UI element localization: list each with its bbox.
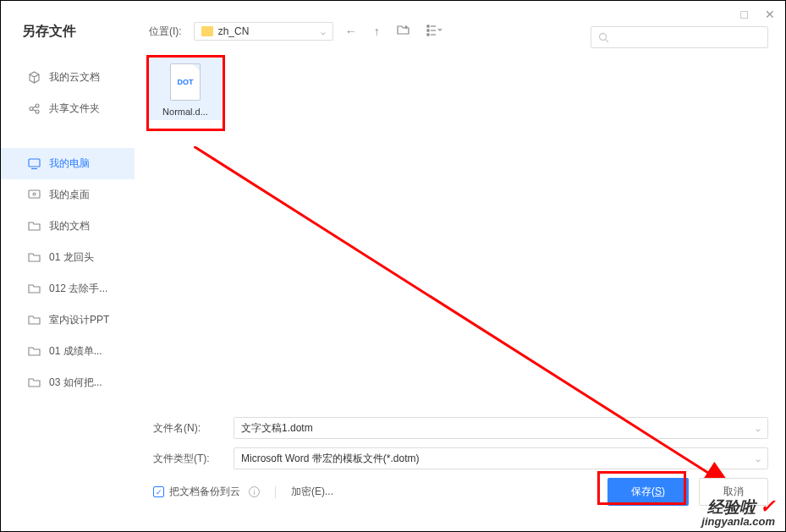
folder-icon <box>28 220 41 233</box>
sidebar-item-my-computer[interactable]: 我的电脑 <box>1 148 135 179</box>
filename-value: 文字文稿1.dotm <box>241 421 313 436</box>
svg-point-6 <box>600 33 607 40</box>
sidebar-label: 室内设计PPT <box>49 313 109 327</box>
info-icon[interactable]: i <box>249 486 260 497</box>
chevron-down-icon[interactable]: ⌵ <box>756 424 761 433</box>
new-folder-icon[interactable] <box>397 24 409 39</box>
sidebar-item-shared[interactable]: 共享文件夹 <box>1 93 135 124</box>
sidebar-label: 01 成绩单... <box>49 344 102 359</box>
filetype-label: 文件类型(T): <box>153 452 234 466</box>
folder-icon <box>28 282 41 295</box>
filename-input[interactable]: 文字文稿1.dotm ⌵ <box>234 417 768 439</box>
location-label: 位置(I): <box>149 25 182 39</box>
sidebar-item-my-docs[interactable]: 我的文档 <box>1 211 135 242</box>
chevron-down-icon[interactable]: ⌵ <box>756 454 761 463</box>
cancel-button[interactable]: 取消 <box>699 478 768 506</box>
dot-file-icon: DOT <box>170 63 201 101</box>
close-button[interactable]: ✕ <box>765 8 775 21</box>
divider <box>275 486 276 498</box>
svg-point-8 <box>30 107 33 111</box>
file-list-area[interactable]: DOT Normal.d... <box>135 53 785 417</box>
folder-name: zh_CN <box>218 25 250 37</box>
sidebar: 我的云文档 共享文件夹 我的电脑 我的桌面 我的文档 <box>1 53 135 417</box>
backup-label: 把文档备份到云 <box>169 485 240 499</box>
folder-icon <box>28 345 41 358</box>
sidebar-label: 01 龙回头 <box>49 250 94 265</box>
sidebar-item-folder3[interactable]: 室内设计PPT <box>1 304 135 336</box>
save-button[interactable]: 保存(S) <box>607 478 689 506</box>
sidebar-label: 012 去除手... <box>49 282 107 296</box>
checkbox-icon: ✓ <box>153 486 164 497</box>
svg-point-16 <box>33 193 36 195</box>
filename-label: 文件名(N): <box>153 421 234 436</box>
search-input[interactable] <box>591 26 768 48</box>
sidebar-label: 我的桌面 <box>49 188 90 202</box>
cloud-doc-icon <box>28 71 41 84</box>
sidebar-item-folder2[interactable]: 012 去除手... <box>1 273 135 304</box>
sidebar-label: 共享文件夹 <box>49 101 100 116</box>
back-icon[interactable]: ← <box>345 25 357 38</box>
folder-dropdown[interactable]: zh_CN ⌵ <box>194 22 333 41</box>
sidebar-item-desktop[interactable]: 我的桌面 <box>1 179 135 211</box>
folder-icon <box>28 376 41 389</box>
svg-line-11 <box>33 107 36 108</box>
sidebar-label: 我的云文档 <box>49 70 100 85</box>
computer-icon <box>28 157 41 170</box>
filetype-dropdown[interactable]: Microsoft Word 带宏的模板文件(*.dotm) ⌵ <box>234 447 768 469</box>
backup-checkbox[interactable]: ✓ 把文档备份到云 i <box>153 485 260 499</box>
svg-line-12 <box>33 110 36 112</box>
sidebar-item-folder4[interactable]: 01 成绩单... <box>1 336 135 367</box>
desktop-icon <box>28 189 41 201</box>
sidebar-label: 我的电脑 <box>49 156 90 171</box>
sidebar-item-cloud-docs[interactable]: 我的云文档 <box>1 62 135 93</box>
sidebar-label: 我的文档 <box>49 219 90 233</box>
up-icon[interactable]: ↑ <box>374 25 380 38</box>
svg-rect-13 <box>29 159 40 167</box>
sidebar-item-folder5[interactable]: 03 如何把... <box>1 367 135 398</box>
view-options-icon[interactable] <box>426 25 442 39</box>
svg-rect-15 <box>29 190 40 198</box>
folder-icon <box>28 251 41 264</box>
svg-rect-2 <box>427 34 429 36</box>
svg-rect-0 <box>427 25 429 27</box>
folder-icon <box>201 26 213 36</box>
chevron-down-icon: ⌵ <box>321 27 326 36</box>
share-icon <box>28 102 41 115</box>
filetype-value: Microsoft Word 带宏的模板文件(*.dotm) <box>241 452 419 466</box>
svg-point-10 <box>36 110 39 113</box>
search-icon <box>598 32 609 43</box>
sidebar-label: 03 如何把... <box>49 376 102 390</box>
svg-point-9 <box>36 104 39 107</box>
file-item[interactable]: DOT Normal.d... <box>147 56 223 120</box>
encrypt-link[interactable]: 加密(E)... <box>291 485 333 499</box>
svg-rect-1 <box>427 30 429 31</box>
maximize-button[interactable]: □ <box>741 8 748 21</box>
svg-line-7 <box>606 39 609 42</box>
dialog-title: 另存文件 <box>22 23 149 41</box>
sidebar-item-folder1[interactable]: 01 龙回头 <box>1 242 135 273</box>
file-name-label: Normal.d... <box>151 107 220 117</box>
folder-icon <box>28 314 41 326</box>
